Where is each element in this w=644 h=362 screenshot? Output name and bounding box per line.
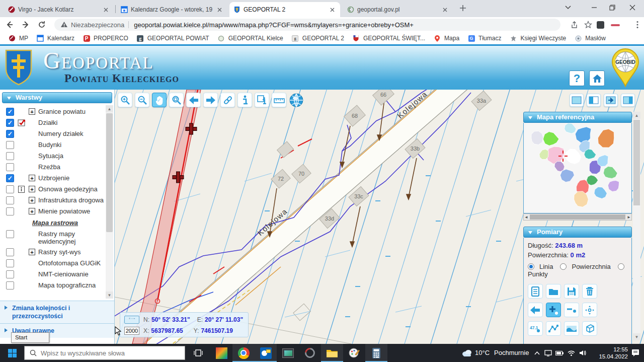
tray-battery-icon[interactable] <box>555 349 564 357</box>
layer-row-topograficzna[interactable]: Mapa topograficzna <box>0 280 104 291</box>
layer-checkbox[interactable] <box>6 281 14 289</box>
weather-desc[interactable]: Pochmurnie <box>494 349 529 356</box>
tab-close-icon[interactable] <box>328 6 336 14</box>
layer-checkbox[interactable] <box>6 141 14 149</box>
scroll-thumb[interactable] <box>530 214 625 220</box>
home-button[interactable] <box>589 70 605 86</box>
app-photos[interactable] <box>210 344 232 362</box>
bookmark-maslow[interactable]: Masłów <box>574 34 606 42</box>
tab-geoportal-gov[interactable]: geoportal.gov.pl <box>343 2 453 17</box>
link-button[interactable] <box>220 93 235 107</box>
weather-temp[interactable]: 10°C <box>475 349 490 356</box>
expand-plus-icon[interactable] <box>29 175 35 181</box>
layer-checkbox[interactable] <box>6 259 14 267</box>
help-button[interactable]: ? <box>569 70 585 86</box>
task-view-button[interactable] <box>187 344 209 362</box>
expand-plus-icon[interactable] <box>29 108 35 115</box>
taskbar-search[interactable] <box>24 346 185 360</box>
tray-wifi-icon[interactable] <box>567 349 576 357</box>
app-file-explorer[interactable] <box>321 344 343 362</box>
sidebar-scrollbar[interactable]: ▲ ▼ <box>106 105 113 299</box>
app-screenshot[interactable] <box>277 344 299 362</box>
tab-virgo[interactable]: Virgo - Jacek Kotlarz <box>4 2 114 17</box>
zoom-out-button[interactable] <box>135 93 149 107</box>
bookmark-mapa[interactable]: Mapa <box>433 34 459 42</box>
scroll-down-arrow[interactable]: ▼ <box>633 333 640 340</box>
layer-checkbox[interactable] <box>6 152 14 160</box>
weather-cloud-icon[interactable] <box>461 348 473 357</box>
layout-right-panel-button[interactable] <box>621 94 635 107</box>
scroll-right-arrow[interactable]: ► <box>626 215 631 220</box>
layer-checkbox[interactable] <box>6 119 14 127</box>
tray-expand-chevron-icon[interactable] <box>532 349 541 357</box>
layer-row-rastry-ewid[interactable]: Rastry mapy ewidencyjnej <box>0 229 104 247</box>
layer-row-ortofotomapa[interactable]: Ortofotomapa GUGiK <box>0 258 104 269</box>
new-measure-button[interactable] <box>528 284 543 299</box>
expand-plus-icon[interactable] <box>29 197 35 203</box>
radio-line[interactable] <box>528 263 534 270</box>
expand-plus-icon[interactable] <box>29 249 35 255</box>
next-view-button[interactable] <box>203 93 218 107</box>
right-panel-scrollbar[interactable]: ▲ ▼ <box>633 112 640 340</box>
bookmark-geoportal-swiet[interactable]: GEOPORTAL ŚWIĘT... <box>352 34 425 42</box>
globe-button[interactable] <box>289 93 303 107</box>
share-icon[interactable] <box>568 18 581 31</box>
layer-row-rastry-sytwys[interactable]: Rastry syt-wys <box>0 247 104 258</box>
layer-row-rzezba[interactable]: Rzeźba <box>0 162 104 173</box>
new-tab-button[interactable] <box>459 4 467 12</box>
start-button[interactable] <box>0 344 24 362</box>
bookmark-properco[interactable]: PPROPERCO <box>83 34 128 42</box>
window-minimize-button[interactable] <box>586 0 603 15</box>
add-point-button[interactable] <box>546 303 561 317</box>
layout-left-panel-button[interactable] <box>587 94 601 107</box>
layer-checkbox[interactable] <box>6 196 14 204</box>
layer-row-sytuacja[interactable]: Sytuacja <box>0 151 104 162</box>
sidebar-link-order[interactable]: Zmiana kolejności i przezroczystości <box>0 301 114 323</box>
browser-menu-kebab-icon[interactable] <box>631 18 644 31</box>
tab-close-icon[interactable] <box>441 6 449 14</box>
layer-checkbox[interactable] <box>6 163 14 171</box>
layer-checkbox[interactable] <box>6 130 14 138</box>
open-measure-button[interactable] <box>546 284 561 299</box>
save-measure-button[interactable] <box>564 284 579 299</box>
scroll-thumb[interactable] <box>633 120 640 205</box>
profile-button[interactable] <box>564 321 579 336</box>
layer-row-nmt[interactable]: NMT-cieniowanie <box>0 269 104 280</box>
layers-panel-header[interactable]: Warstwy <box>2 92 112 103</box>
layout-slide-right-button[interactable] <box>604 94 618 107</box>
app-outlook[interactable] <box>255 344 277 362</box>
expand-plus-icon[interactable] <box>29 208 35 214</box>
layer-row-numery[interactable]: Numery działek <box>0 128 104 139</box>
layer-checkbox[interactable] <box>6 185 14 193</box>
info-button[interactable] <box>237 93 252 107</box>
scale-input[interactable] <box>124 327 139 335</box>
delete-measure-button[interactable] <box>582 284 597 299</box>
back-point-button[interactable] <box>528 303 543 317</box>
remove-point-button[interactable] <box>564 303 579 317</box>
window-close-button[interactable] <box>624 0 641 15</box>
reload-icon[interactable] <box>35 18 48 31</box>
layer-row-mienie[interactable]: Mienie powiatowe <box>0 206 104 217</box>
tab-calendar[interactable]: Kalendarz Google - wtorek, 19 k <box>117 2 227 17</box>
layer-checkbox[interactable] <box>6 270 14 278</box>
scroll-up-arrow[interactable]: ▲ <box>106 105 113 112</box>
bookmark-geoportal-2[interactable]: gGEOPORTAL 2 <box>291 34 344 42</box>
bookmark-tlumacz[interactable]: GTłumacz <box>467 34 501 42</box>
forward-icon[interactable] <box>19 18 32 31</box>
layer-checkbox[interactable] <box>6 174 14 182</box>
scroll-up-arrow[interactable]: ▲ <box>633 112 640 119</box>
taskbar-clock[interactable]: 12:5515.04.2022 <box>594 346 628 360</box>
tab-search-chevron-icon[interactable] <box>559 0 577 15</box>
url-field[interactable]: Niezabezpieczona geoportal.powiat.kielce… <box>54 19 560 31</box>
window-restore-button[interactable] <box>604 0 621 15</box>
scroll-left-arrow[interactable]: ◄ <box>524 215 529 220</box>
pan-tool-button[interactable] <box>152 93 167 107</box>
back-icon[interactable] <box>3 18 16 31</box>
reference-map-body[interactable] <box>523 123 632 213</box>
segment-length-button[interactable]: 47.1 <box>528 321 543 336</box>
scroll-down-arrow[interactable]: ▼ <box>106 292 113 299</box>
app-calculator[interactable] <box>365 344 387 362</box>
layer-row-budynki[interactable]: Budynki <box>0 139 104 151</box>
extension-icon[interactable] <box>597 21 604 29</box>
reference-map-header[interactable]: Mapa referencyjna <box>523 112 632 123</box>
